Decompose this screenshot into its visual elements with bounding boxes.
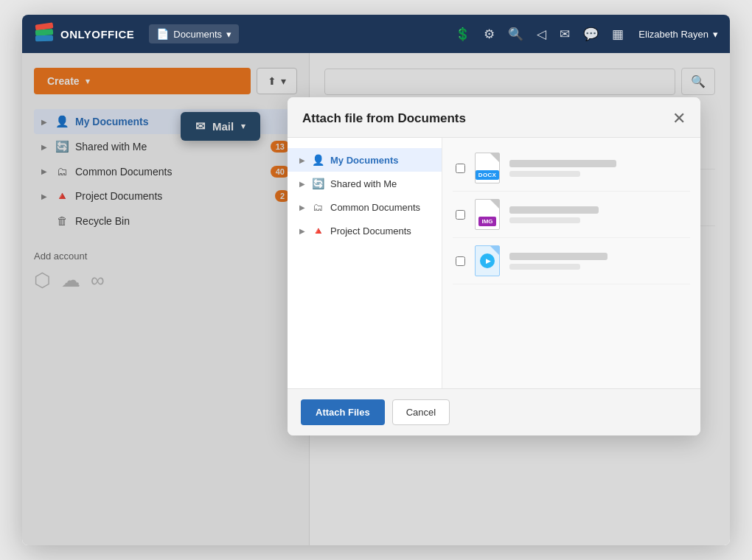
modal-nav-my-documents[interactable]: ▶ 👤 My Documents: [288, 148, 442, 172]
user-caret-icon: ▾: [713, 29, 718, 40]
modal-my-documents-label: My Documents: [330, 155, 398, 166]
modal-file-details-1: [509, 160, 687, 177]
modal-file-meta-bar: [509, 264, 580, 270]
play-button-icon: [480, 253, 495, 268]
modal-video-icon: [475, 245, 500, 276]
attach-file-modal: Attach file from Documents ✕ ▶ 👤 My Docu…: [288, 97, 700, 435]
modal-content-area: DOCX: [442, 138, 700, 388]
dollar-icon-button[interactable]: 💲: [455, 27, 470, 42]
document-nav-icon: 📄: [156, 28, 169, 40]
modal-file-checkbox-2[interactable]: [456, 210, 465, 220]
modal-file-checkbox-1[interactable]: [456, 164, 465, 173]
modal-file-details-2: [509, 206, 687, 223]
modal-sidebar: ▶ 👤 My Documents ▶ 🔄 Shared with Me ▶: [288, 138, 442, 388]
modal-body: ▶ 👤 My Documents ▶ 🔄 Shared with Me ▶: [288, 138, 700, 388]
main-body: Create ▾ ⬆ ▾ ▶ 👤 My Documents ▶ 🔄 Share: [22, 53, 730, 545]
modal-file-icon-img: IMG: [474, 197, 501, 231]
modal-file-name-bar: [509, 160, 616, 167]
modal-shared-label: Shared with Me: [330, 178, 397, 189]
expand-arrow-icon: ▶: [299, 156, 305, 164]
gear-icon-button[interactable]: ⚙: [484, 27, 495, 42]
onlyoffice-logo-icon: [34, 24, 55, 44]
calendar-icon-button[interactable]: ▦: [612, 27, 624, 42]
common-icon: 🗂: [311, 201, 324, 213]
modal-file-icon-video: [474, 244, 501, 278]
logo-area: ONLYOFFICE: [34, 24, 134, 44]
modal-file-meta-bar: [509, 217, 580, 223]
modal-file-item-video: [453, 238, 690, 284]
my-documents-icon: 👤: [311, 154, 324, 166]
modal-file-item-img: IMG: [453, 192, 690, 238]
search-icon-button[interactable]: 🔍: [508, 27, 523, 42]
expand-arrow-icon: ▶: [299, 203, 305, 211]
modal-docx-icon: DOCX: [475, 153, 500, 183]
app-title: ONLYOFFICE: [60, 28, 134, 41]
modal-common-label: Common Documents: [330, 202, 420, 213]
project-icon: 🔺: [311, 225, 324, 237]
chat-icon-button[interactable]: 💬: [583, 27, 599, 42]
user-profile-button[interactable]: Elizabeth Rayen ▾: [638, 29, 718, 40]
top-navigation: ONLYOFFICE 📄 Documents ▾ 💲 ⚙ 🔍 ◁ ✉ 💬 ▦ E…: [22, 15, 730, 53]
app-window: ONLYOFFICE 📄 Documents ▾ 💲 ⚙ 🔍 ◁ ✉ 💬 ▦ E…: [22, 15, 730, 545]
modal-file-icon-docx: DOCX: [474, 151, 501, 185]
modal-file-meta-bar: [509, 171, 580, 177]
documents-nav-label: Documents: [173, 29, 222, 40]
modal-nav-project[interactable]: ▶ 🔺 Project Documents: [288, 219, 442, 242]
expand-arrow-icon: ▶: [299, 180, 305, 188]
modal-nav-shared[interactable]: ▶ 🔄 Shared with Me: [288, 172, 442, 195]
modal-file-list: DOCX: [453, 145, 690, 284]
documents-nav-caret: ▾: [226, 29, 231, 40]
modal-file-item-docx: DOCX: [453, 145, 690, 192]
modal-project-label: Project Documents: [330, 225, 411, 237]
documents-nav-button[interactable]: 📄 Documents ▾: [149, 24, 239, 43]
user-name-label: Elizabeth Rayen: [638, 29, 709, 40]
modal-file-details-3: [509, 253, 687, 270]
modal-overlay: Attach file from Documents ✕ ▶ 👤 My Docu…: [22, 53, 730, 545]
cancel-button[interactable]: Cancel: [392, 399, 450, 425]
modal-navigation: ▶ 👤 My Documents ▶ 🔄 Shared with Me ▶: [288, 148, 442, 242]
modal-file-name-bar: [509, 253, 607, 260]
modal-header: Attach file from Documents ✕: [288, 97, 700, 138]
modal-title: Attach file from Documents: [302, 111, 466, 126]
expand-arrow-icon: ▶: [299, 227, 305, 235]
modal-file-name-bar: [509, 206, 599, 214]
attach-files-button[interactable]: Attach Files: [301, 399, 385, 425]
signal-icon-button[interactable]: ◁: [537, 27, 546, 42]
modal-nav-common[interactable]: ▶ 🗂 Common Documents: [288, 195, 442, 219]
modal-img-icon: IMG: [475, 199, 500, 230]
modal-close-button[interactable]: ✕: [672, 111, 686, 127]
nav-icon-group: 💲 ⚙ 🔍 ◁ ✉ 💬 ▦: [455, 27, 624, 42]
modal-file-checkbox-3[interactable]: [456, 256, 465, 266]
shared-icon: 🔄: [311, 178, 324, 189]
modal-footer: Attach Files Cancel: [288, 388, 700, 435]
mail-icon-button[interactable]: ✉: [560, 27, 570, 42]
